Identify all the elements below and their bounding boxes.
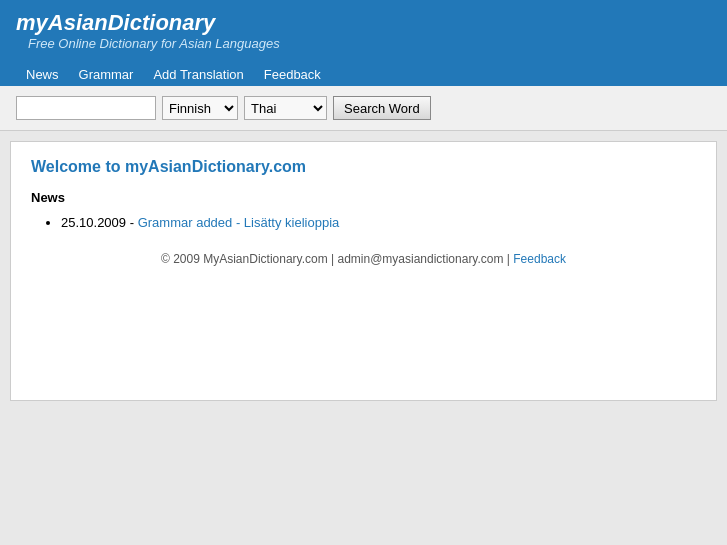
- news-link[interactable]: Grammar added - Lisätty kielioppia: [138, 215, 340, 230]
- footer-copyright: © 2009 MyAsianDictionary.com | admin@mya…: [161, 252, 513, 266]
- site-subtitle: Free Online Dictionary for Asian Languag…: [16, 36, 711, 51]
- nav-item-add-translation[interactable]: Add Translation: [143, 63, 253, 86]
- footer-feedback-link[interactable]: Feedback: [513, 252, 566, 266]
- search-button[interactable]: Search Word: [333, 96, 431, 120]
- search-area: Finnish English Swedish German Thai Japa…: [0, 86, 727, 131]
- from-language-select[interactable]: Finnish English Swedish German: [162, 96, 238, 120]
- footer: © 2009 MyAsianDictionary.com | admin@mya…: [31, 236, 696, 282]
- main-content: Welcome to myAsianDictionary.com News 25…: [10, 141, 717, 401]
- news-item: 25.10.2009 - Grammar added - Lisätty kie…: [61, 215, 696, 230]
- welcome-title: Welcome to myAsianDictionary.com: [31, 158, 696, 176]
- header: myAsianDictionary Free Online Dictionary…: [0, 0, 727, 86]
- nav-item-news[interactable]: News: [16, 63, 69, 86]
- site-title: myAsianDictionary: [16, 10, 711, 36]
- news-separator: -: [130, 215, 138, 230]
- nav-bar: News Grammar Add Translation Feedback: [16, 59, 711, 86]
- news-list: 25.10.2009 - Grammar added - Lisätty kie…: [61, 215, 696, 230]
- news-heading: News: [31, 190, 696, 205]
- nav-item-grammar[interactable]: Grammar: [69, 63, 144, 86]
- nav-item-feedback[interactable]: Feedback: [254, 63, 331, 86]
- to-language-select[interactable]: Thai Japanese Chinese Korean: [244, 96, 327, 120]
- news-date: 25.10.2009: [61, 215, 126, 230]
- search-input[interactable]: [16, 96, 156, 120]
